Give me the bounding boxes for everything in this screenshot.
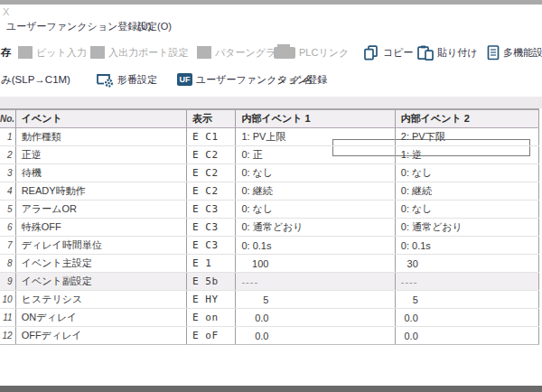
multi-function-button[interactable]: 多機能設定	[487, 43, 542, 61]
row-display-code: E C2	[187, 146, 236, 164]
col-header-event: イベント	[15, 109, 186, 128]
table-row: 3 待機 E C2 0: なし 0: なし	[0, 164, 539, 182]
table-row: 1 動作種類 E C1 1: PV上限 2: PV下限	[0, 128, 539, 146]
multi-function-settings-icon	[487, 45, 500, 61]
copy-button[interactable]: コピー	[363, 43, 414, 61]
cell-internal2[interactable]: 0.0	[395, 309, 538, 327]
cell-internal1[interactable]: 0: 継続	[236, 182, 395, 201]
row-display-code: E C1	[187, 128, 236, 146]
col-header-internal1: 内部イベント 1	[236, 109, 395, 128]
row-no: 7	[0, 237, 15, 255]
menu-bar: ユーザーファンクション登録(U) 設定(O)	[0, 18, 542, 34]
cell-internal2[interactable]: ----	[395, 273, 538, 291]
table-row: 5 アラームOR E C3 0: なし 0: なし	[0, 201, 539, 219]
io-port-icon	[90, 46, 105, 59]
row-no: 9	[0, 273, 15, 291]
row-no: 6	[0, 219, 15, 237]
window-bottom-bar	[0, 386, 542, 392]
menu-user-function[interactable]: ユーザーファンクション登録(U)	[6, 20, 152, 33]
row-display-code: E HY	[187, 291, 236, 309]
cell-internal1[interactable]: 0: 正	[236, 146, 395, 164]
cell-internal1[interactable]: 0.0	[236, 327, 395, 345]
cell-internal2[interactable]: 0: なし	[395, 201, 538, 219]
row-event-label: READY時動作	[15, 182, 186, 201]
paste-icon	[417, 45, 434, 61]
row-display-code: E C3	[187, 201, 236, 219]
row-event-label: ヒステリシス	[15, 291, 186, 309]
row-display-code: E 1	[187, 255, 236, 273]
row-display-code: E 5b	[187, 273, 236, 291]
table-row: 8 イベント主設定 E 1 100 30	[0, 255, 539, 273]
table-row: 12 OFFディレイ E oF 0.0 0.0	[0, 327, 539, 345]
row-display-code: E C3	[187, 219, 236, 237]
table-row: 10 ヒステリシス E HY 5 5	[0, 291, 539, 309]
row-no: 1	[0, 128, 15, 146]
cell-internal1[interactable]: 0: 通常どおり	[236, 219, 395, 237]
uf-icon: UF	[177, 73, 192, 86]
cell-internal1[interactable]: 5	[236, 291, 395, 309]
model-setting-button[interactable]: 形番設定	[96, 70, 157, 89]
row-no: 11	[0, 309, 15, 327]
row-event-label: 特殊OFF	[15, 219, 186, 237]
window-top-strip	[0, 0, 542, 5]
row-event-label: アラームOR	[15, 201, 186, 219]
cell-internal2[interactable]: 0: 0.1s	[395, 237, 538, 255]
cell-internal2[interactable]: 1: 逆	[395, 146, 538, 164]
cell-internal2[interactable]: 5	[395, 291, 538, 309]
event-settings-grid: No. イベント 表示 内部イベント 1 内部イベント 2 1 動作種類 E C…	[0, 108, 539, 345]
cell-internal2[interactable]: 0: 通常どおり	[395, 219, 538, 237]
table-row: 6 特殊OFF E C3 0: 通常どおり 0: 通常どおり	[0, 219, 539, 237]
save-button-fragment[interactable]: 存	[1, 43, 12, 61]
row-event-label: OFFディレイ	[15, 327, 186, 345]
cell-internal1[interactable]: 0: なし	[236, 201, 395, 219]
row-no: 12	[0, 327, 15, 345]
row-display-code: E on	[187, 309, 236, 327]
table-row: 7 ディレイ時間単位 E C3 0: 0.1s 0: 0.1s	[0, 237, 539, 255]
row-no: 4	[0, 182, 15, 201]
read-slp-c1m-button-fragment[interactable]: み(SLP→C1M)	[1, 70, 70, 89]
table-row: 4 READY時動作 E C2 0: 継続 0: 継続	[0, 182, 539, 201]
cell-internal1[interactable]: 0: なし	[236, 164, 395, 182]
row-event-label: ディレイ時間単位	[15, 237, 186, 255]
pattern-graph-button[interactable]: パターングラフ	[197, 43, 286, 61]
cell-internal1[interactable]: ----	[236, 273, 395, 291]
row-event-label: 動作種類	[15, 128, 186, 146]
plc-link-button[interactable]: PLCリンク	[274, 43, 349, 61]
col-header-display: 表示	[187, 109, 236, 128]
col-header-internal2: 内部イベント 2	[395, 109, 538, 128]
row-no: 10	[0, 291, 15, 309]
cell-internal1[interactable]: 100	[236, 255, 395, 273]
bit-input-icon	[18, 46, 33, 59]
row-event-label: ONディレイ	[15, 309, 186, 327]
menu-settings[interactable]: 設定(O)	[137, 20, 172, 33]
row-event-label: イベント副設定	[15, 273, 186, 291]
app-window: X ユーザーファンクション登録(U) 設定(O) 存 ビット入力 入出力ポート設…	[0, 0, 542, 392]
row-display-code: E C2	[187, 182, 236, 201]
toolbar-divider-band	[0, 97, 542, 108]
row-event-label: イベント主設定	[15, 255, 186, 273]
cell-internal2[interactable]: 0: 継続	[395, 182, 538, 201]
cell-internal2[interactable]: 30	[395, 255, 538, 273]
cell-internal2[interactable]: 0.0	[395, 327, 538, 345]
cell-internal2[interactable]: 0: なし	[395, 164, 538, 182]
toolbar-sub: み(SLP→C1M) 形番設定 UF ユーザーファンクション登録 タグ名	[0, 67, 542, 96]
io-port-button[interactable]: 入出力ポート設定	[90, 43, 189, 61]
pattern-graph-icon	[197, 46, 211, 59]
bit-input-button[interactable]: ビット入力	[18, 43, 87, 61]
row-no: 8	[0, 255, 15, 273]
grid-header-row: No. イベント 表示 内部イベント 1 内部イベント 2	[0, 109, 539, 128]
window-title-fragment: X	[3, 6, 9, 17]
row-no: 3	[0, 164, 15, 182]
cell-internal2[interactable]: 2: PV下限	[395, 128, 538, 146]
col-header-no: No.	[0, 109, 15, 128]
paste-button[interactable]: 貼り付け	[417, 43, 478, 61]
row-display-code: E C2	[187, 164, 236, 182]
cell-internal1[interactable]: 1: PV上限	[236, 128, 395, 146]
table-row: 9 イベント副設定 E 5b ---- ----	[0, 273, 539, 291]
plc-link-icon	[274, 47, 295, 59]
cell-internal1[interactable]: 0.0	[236, 309, 395, 327]
cell-internal1[interactable]: 0: 0.1s	[236, 237, 395, 255]
model-setting-gear-icon	[96, 72, 114, 88]
row-event-label: 正逆	[15, 146, 186, 164]
table-row: 2 正逆 E C2 0: 正 1: 逆	[0, 146, 539, 164]
